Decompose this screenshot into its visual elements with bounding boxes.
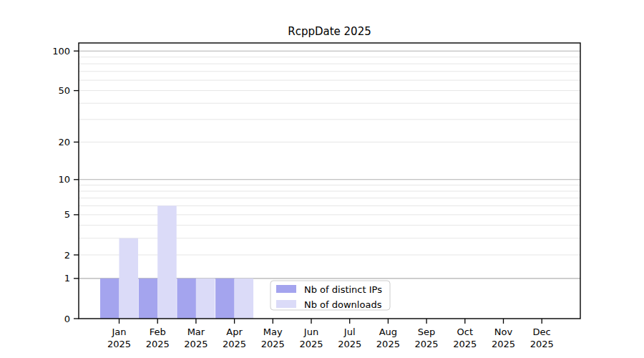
y-tick-label: 10 (58, 174, 70, 185)
x-tick-label-month: Jul (343, 326, 356, 337)
x-tick-label-month: Jan (111, 326, 126, 337)
x-tick-label-month: Aug (379, 326, 397, 337)
x-tick-label-month: Mar (187, 326, 205, 337)
y-tick-label: 1 (64, 273, 70, 284)
bar-feb-downloads (157, 205, 177, 319)
x-tick-label-month: Feb (150, 326, 166, 337)
x-tick-label-year: 2025 (146, 339, 170, 349)
x-tick-label-month: Jun (303, 326, 318, 337)
y-tick-label: 5 (64, 209, 70, 220)
x-tick-label-year: 2025 (223, 339, 246, 349)
x-tick-label-month: Nov (494, 326, 513, 337)
bar-feb-distinct-ips (139, 279, 158, 319)
bar-jan-downloads (119, 238, 139, 319)
bar-apr-downloads (235, 279, 254, 319)
x-tick-label-month: Sep (418, 326, 436, 337)
chart-canvas: 0125102050100Jan2025Feb2025Mar2025Apr202… (0, 0, 644, 358)
x-tick-label-year: 2025 (492, 339, 515, 349)
chart-title: RcppDate 2025 (79, 26, 580, 38)
plot-border (79, 43, 580, 319)
x-tick-label-year: 2025 (261, 339, 285, 349)
x-tick-label-year: 2025 (376, 339, 400, 349)
legend-label-downloads: Nb of downloads (304, 299, 382, 310)
x-tick-label-year: 2025 (107, 339, 131, 349)
bar-mar-downloads (196, 279, 215, 319)
bar-mar-distinct-ips (177, 279, 196, 319)
figure: RcppDate 2025 0125102050100Jan2025Feb202… (0, 0, 644, 358)
x-tick-label-month: Oct (457, 326, 473, 337)
x-tick-label-month: Dec (533, 326, 551, 337)
legend-swatch-distinct-ips (276, 285, 296, 293)
x-tick-label-year: 2025 (338, 339, 361, 349)
x-tick-label-year: 2025 (530, 339, 554, 349)
y-tick-label: 20 (58, 137, 70, 147)
legend-label-distinct-ips: Nb of distinct IPs (304, 284, 382, 295)
bar-jan-distinct-ips (100, 279, 119, 319)
y-tick-label: 0 (64, 314, 70, 324)
y-tick-label: 2 (64, 250, 70, 261)
x-tick-label-year: 2025 (415, 339, 439, 349)
x-tick-label-year: 2025 (184, 339, 208, 349)
x-tick-label-month: May (263, 326, 283, 337)
bar-apr-distinct-ips (215, 279, 235, 319)
y-tick-label: 50 (58, 85, 70, 96)
x-tick-label-year: 2025 (453, 339, 477, 349)
x-tick-label-year: 2025 (299, 339, 323, 349)
y-tick-label: 100 (52, 46, 70, 57)
x-tick-label-month: Apr (226, 326, 243, 337)
legend-swatch-downloads (276, 300, 296, 308)
